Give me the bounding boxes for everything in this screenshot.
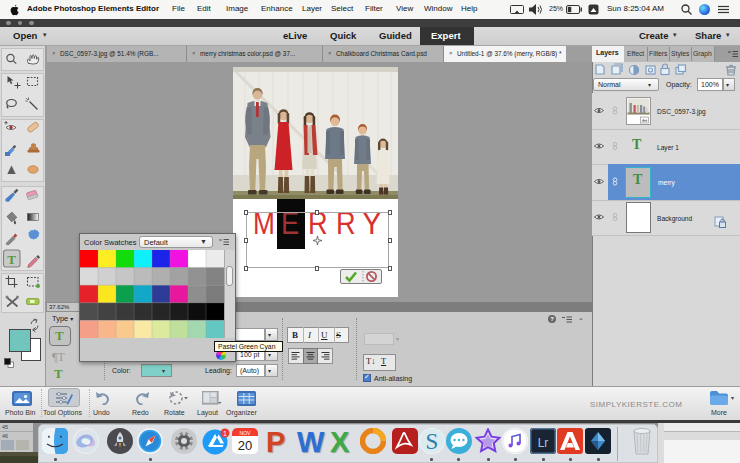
svg-text:NOV: NOV <box>240 430 252 436</box>
svg-text:20: 20 <box>238 438 252 453</box>
svg-text:T: T <box>7 252 16 267</box>
svg-text:S: S <box>426 429 439 454</box>
svg-text:Lr: Lr <box>538 436 549 450</box>
svg-text:1: 1 <box>223 430 227 437</box>
